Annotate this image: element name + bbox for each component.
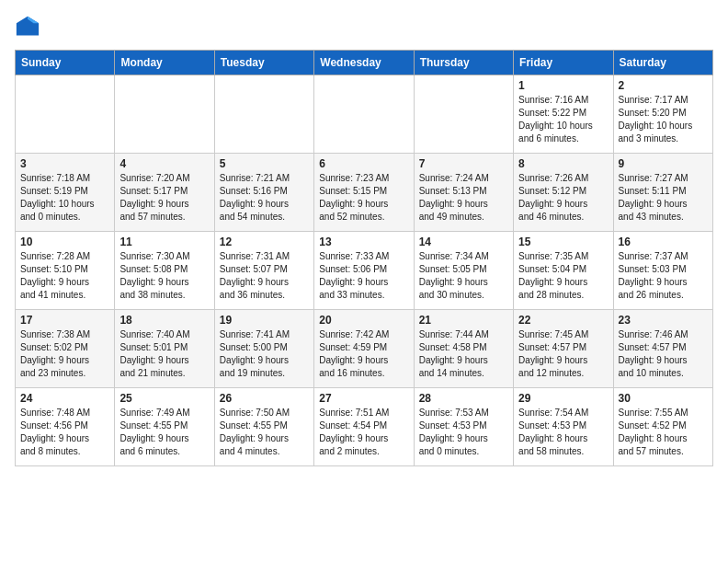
day-info: Sunrise: 7:51 AM Sunset: 4:54 PM Dayligh… [319, 407, 408, 458]
calendar-cell [314, 75, 414, 154]
day-info: Sunrise: 7:23 AM Sunset: 5:15 PM Dayligh… [319, 172, 408, 224]
day-info: Sunrise: 7:46 AM Sunset: 4:57 PM Dayligh… [619, 328, 708, 380]
calendar-cell: 5Sunrise: 7:21 AM Sunset: 5:16 PM Daylig… [214, 154, 313, 232]
day-number: 24 [20, 392, 109, 405]
day-info: Sunrise: 7:42 AM Sunset: 4:59 PM Dayligh… [319, 328, 408, 380]
day-number: 30 [619, 392, 708, 405]
svg-marker-0 [17, 17, 39, 36]
calendar-week-row: 1Sunrise: 7:16 AM Sunset: 5:22 PM Daylig… [16, 75, 713, 154]
calendar-cell [214, 75, 313, 154]
day-number: 22 [518, 314, 608, 327]
calendar-week-row: 3Sunrise: 7:18 AM Sunset: 5:19 PM Daylig… [16, 154, 713, 232]
day-info: Sunrise: 7:31 AM Sunset: 5:07 PM Dayligh… [220, 250, 309, 302]
day-info: Sunrise: 7:45 AM Sunset: 4:57 PM Dayligh… [518, 328, 608, 380]
calendar-table: SundayMondayTuesdayWednesdayThursdayFrid… [15, 50, 713, 466]
day-info: Sunrise: 7:37 AM Sunset: 5:03 PM Dayligh… [619, 250, 708, 302]
calendar-cell [115, 75, 214, 154]
day-info: Sunrise: 7:26 AM Sunset: 5:12 PM Dayligh… [518, 172, 608, 224]
day-number: 9 [619, 157, 708, 170]
day-number: 3 [20, 157, 109, 170]
day-number: 18 [119, 314, 209, 327]
calendar-cell: 6Sunrise: 7:23 AM Sunset: 5:15 PM Daylig… [314, 154, 414, 232]
calendar-cell: 8Sunrise: 7:26 AM Sunset: 5:12 PM Daylig… [514, 154, 613, 232]
day-info: Sunrise: 7:40 AM Sunset: 5:01 PM Dayligh… [119, 328, 209, 380]
calendar-cell: 12Sunrise: 7:31 AM Sunset: 5:07 PM Dayli… [214, 232, 313, 310]
day-number: 12 [220, 236, 309, 248]
day-number: 28 [419, 392, 508, 405]
calendar-cell: 10Sunrise: 7:28 AM Sunset: 5:10 PM Dayli… [16, 232, 115, 310]
day-number: 5 [220, 157, 309, 170]
day-number: 4 [119, 157, 209, 170]
day-number: 14 [419, 236, 508, 248]
day-info: Sunrise: 7:21 AM Sunset: 5:16 PM Dayligh… [220, 172, 309, 224]
day-number: 7 [419, 157, 508, 170]
day-number: 10 [20, 236, 109, 248]
day-number: 26 [220, 392, 309, 405]
day-info: Sunrise: 7:54 AM Sunset: 4:53 PM Dayligh… [518, 407, 608, 458]
day-info: Sunrise: 7:49 AM Sunset: 4:55 PM Dayligh… [119, 407, 209, 458]
day-info: Sunrise: 7:38 AM Sunset: 5:02 PM Dayligh… [20, 328, 109, 380]
calendar-cell: 30Sunrise: 7:55 AM Sunset: 4:52 PM Dayli… [613, 388, 712, 466]
calendar-cell: 11Sunrise: 7:30 AM Sunset: 5:08 PM Dayli… [115, 232, 214, 310]
day-number: 6 [319, 157, 408, 170]
calendar-cell: 16Sunrise: 7:37 AM Sunset: 5:03 PM Dayli… [613, 232, 712, 310]
day-number: 17 [20, 314, 109, 327]
calendar-header-tuesday: Tuesday [214, 51, 313, 75]
day-number: 27 [319, 392, 408, 405]
day-number: 13 [319, 236, 408, 248]
day-number: 20 [319, 314, 408, 327]
day-info: Sunrise: 7:30 AM Sunset: 5:08 PM Dayligh… [119, 250, 209, 302]
calendar-cell: 17Sunrise: 7:38 AM Sunset: 5:02 PM Dayli… [16, 310, 115, 388]
calendar-cell: 7Sunrise: 7:24 AM Sunset: 5:13 PM Daylig… [414, 154, 513, 232]
calendar-cell: 3Sunrise: 7:18 AM Sunset: 5:19 PM Daylig… [16, 154, 115, 232]
day-info: Sunrise: 7:17 AM Sunset: 5:20 PM Dayligh… [619, 94, 708, 145]
calendar-week-row: 24Sunrise: 7:48 AM Sunset: 4:56 PM Dayli… [16, 388, 713, 466]
calendar-cell: 1Sunrise: 7:16 AM Sunset: 5:22 PM Daylig… [514, 75, 613, 154]
day-info: Sunrise: 7:20 AM Sunset: 5:17 PM Dayligh… [119, 172, 209, 224]
calendar-cell: 24Sunrise: 7:48 AM Sunset: 4:56 PM Dayli… [16, 388, 115, 466]
day-info: Sunrise: 7:48 AM Sunset: 4:56 PM Dayligh… [20, 407, 109, 458]
day-number: 25 [119, 392, 209, 405]
page-header [15, 15, 713, 40]
calendar-header-row: SundayMondayTuesdayWednesdayThursdayFrid… [16, 51, 713, 75]
calendar-week-row: 17Sunrise: 7:38 AM Sunset: 5:02 PM Dayli… [16, 310, 713, 388]
calendar-header-friday: Friday [514, 51, 613, 75]
day-number: 2 [619, 79, 708, 92]
calendar-cell: 15Sunrise: 7:35 AM Sunset: 5:04 PM Dayli… [514, 232, 613, 310]
calendar-cell: 25Sunrise: 7:49 AM Sunset: 4:55 PM Dayli… [115, 388, 214, 466]
day-number: 21 [419, 314, 508, 327]
day-info: Sunrise: 7:33 AM Sunset: 5:06 PM Dayligh… [319, 250, 408, 302]
day-number: 29 [518, 392, 608, 405]
day-info: Sunrise: 7:55 AM Sunset: 4:52 PM Dayligh… [619, 407, 708, 458]
logo [15, 15, 44, 40]
calendar-cell: 26Sunrise: 7:50 AM Sunset: 4:55 PM Dayli… [214, 388, 313, 466]
day-info: Sunrise: 7:16 AM Sunset: 5:22 PM Dayligh… [518, 94, 608, 145]
calendar-cell: 20Sunrise: 7:42 AM Sunset: 4:59 PM Dayli… [314, 310, 414, 388]
calendar-cell: 4Sunrise: 7:20 AM Sunset: 5:17 PM Daylig… [115, 154, 214, 232]
calendar-week-row: 10Sunrise: 7:28 AM Sunset: 5:10 PM Dayli… [16, 232, 713, 310]
calendar-cell: 9Sunrise: 7:27 AM Sunset: 5:11 PM Daylig… [613, 154, 712, 232]
calendar-cell: 22Sunrise: 7:45 AM Sunset: 4:57 PM Dayli… [514, 310, 613, 388]
day-info: Sunrise: 7:34 AM Sunset: 5:05 PM Dayligh… [419, 250, 508, 302]
day-number: 23 [619, 314, 708, 327]
calendar-cell: 18Sunrise: 7:40 AM Sunset: 5:01 PM Dayli… [115, 310, 214, 388]
calendar-cell [414, 75, 513, 154]
day-number: 16 [619, 236, 708, 248]
calendar-cell: 28Sunrise: 7:53 AM Sunset: 4:53 PM Dayli… [414, 388, 513, 466]
calendar-header-saturday: Saturday [613, 51, 712, 75]
day-info: Sunrise: 7:53 AM Sunset: 4:53 PM Dayligh… [419, 407, 508, 458]
day-info: Sunrise: 7:41 AM Sunset: 5:00 PM Dayligh… [220, 328, 309, 380]
calendar-header-monday: Monday [115, 51, 214, 75]
day-number: 19 [220, 314, 309, 327]
calendar-header-thursday: Thursday [414, 51, 513, 75]
logo-icon [15, 15, 40, 40]
day-info: Sunrise: 7:35 AM Sunset: 5:04 PM Dayligh… [518, 250, 608, 302]
calendar-cell: 14Sunrise: 7:34 AM Sunset: 5:05 PM Dayli… [414, 232, 513, 310]
calendar-cell: 19Sunrise: 7:41 AM Sunset: 5:00 PM Dayli… [214, 310, 313, 388]
day-info: Sunrise: 7:24 AM Sunset: 5:13 PM Dayligh… [419, 172, 508, 224]
calendar-cell: 23Sunrise: 7:46 AM Sunset: 4:57 PM Dayli… [613, 310, 712, 388]
day-info: Sunrise: 7:18 AM Sunset: 5:19 PM Dayligh… [20, 172, 109, 224]
calendar-cell [16, 75, 115, 154]
day-number: 8 [518, 157, 608, 170]
calendar-cell: 29Sunrise: 7:54 AM Sunset: 4:53 PM Dayli… [514, 388, 613, 466]
